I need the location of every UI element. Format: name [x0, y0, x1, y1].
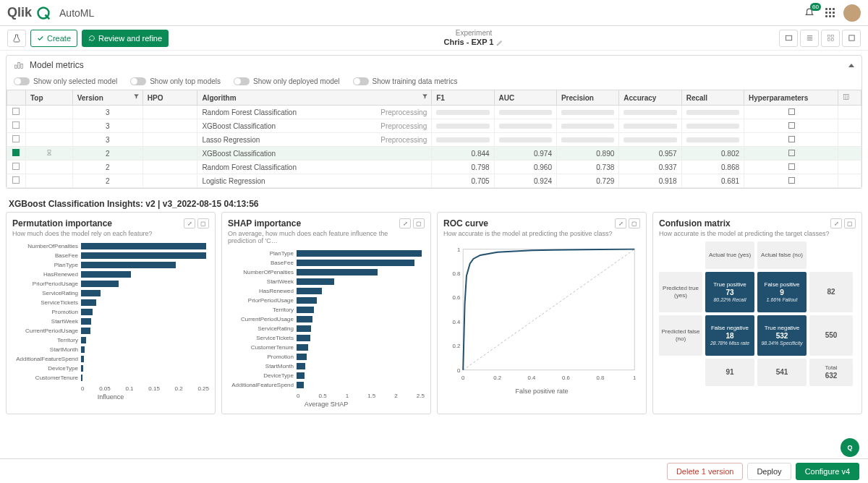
svg-rect-11: [843, 94, 849, 100]
card-icon: [785, 34, 793, 42]
col-top[interactable]: Top: [25, 90, 72, 106]
svg-rect-9: [18, 63, 20, 69]
experiment-icon-button[interactable]: [7, 30, 26, 47]
table-row[interactable]: 3 Lasso RegressionPreprocessing: [7, 133, 861, 147]
table-row[interactable]: 3 XGBoost ClassificationPreprocessing: [7, 119, 861, 133]
col-auc[interactable]: AUC: [494, 90, 556, 106]
svg-rect-5: [827, 38, 830, 40]
table-row[interactable]: 2 Random Forest Classification 0.7980.96…: [7, 161, 861, 174]
app-launcher-icon[interactable]: [825, 8, 835, 17]
col-hpo[interactable]: HPO: [142, 90, 197, 106]
card-action-2[interactable]: ▢: [413, 218, 425, 228]
card-subtitle: How accurate is the model at predicting …: [659, 230, 830, 237]
edit-icon[interactable]: [496, 39, 503, 46]
external-icon[interactable]: [788, 150, 795, 156]
col-recall[interactable]: Recall: [681, 90, 744, 106]
col-f1[interactable]: F1: [432, 90, 494, 106]
view-list-button[interactable]: [800, 30, 819, 47]
card-title: SHAP importance: [228, 218, 399, 228]
row-checkbox[interactable]: [12, 163, 20, 170]
col-settings[interactable]: [838, 90, 861, 106]
row-checkbox[interactable]: [12, 121, 20, 129]
brand-logo[interactable]: Qlik: [7, 5, 51, 20]
filter-deployed-toggle[interactable]: Show only deployed model: [234, 77, 340, 85]
cm-actual-false: Actual false (no): [757, 241, 807, 269]
columns-icon: [843, 93, 850, 101]
col-hyper[interactable]: Hyperparameters: [744, 90, 838, 106]
col-accuracy[interactable]: Accuracy: [619, 90, 681, 106]
filter-selected-toggle[interactable]: Show only selected model: [14, 77, 117, 85]
svg-text:0.4: 0.4: [453, 319, 461, 325]
cm-col2-total: 541: [757, 359, 807, 386]
refresh-icon: [88, 35, 95, 42]
confusion-matrix: Actual true (yes) Actual false (no) Pred…: [659, 241, 856, 386]
card-action-2[interactable]: ▢: [197, 218, 209, 228]
row-checkbox[interactable]: [12, 108, 20, 115]
card-action-1[interactable]: ⤢: [399, 218, 411, 228]
svg-text:0.6: 0.6: [562, 375, 570, 381]
external-icon[interactable]: [788, 136, 795, 142]
shap-bar-chart: PlanTypeBaseFeeNumberOfPenaltiesStartWee…: [228, 249, 425, 390]
col-algorithm[interactable]: Algorithm: [197, 90, 432, 106]
cm-grand-total: Total632: [809, 359, 853, 386]
notifications-button[interactable]: 60: [802, 6, 817, 20]
svg-text:0.2: 0.2: [493, 375, 501, 381]
svg-rect-10: [21, 64, 22, 68]
card-subtitle: How accurate is the model at predicting …: [443, 230, 613, 237]
external-icon[interactable]: [788, 122, 795, 129]
section-title: Model metrics: [30, 60, 84, 70]
svg-line-27: [463, 249, 634, 370]
notification-badge: 60: [810, 3, 821, 11]
fullscreen-icon: [848, 34, 856, 42]
svg-rect-3: [827, 35, 830, 37]
card-action-1[interactable]: ⤢: [615, 218, 626, 228]
svg-text:1: 1: [457, 247, 460, 253]
card-action-1[interactable]: ⤢: [830, 218, 842, 228]
card-action-1[interactable]: ⤢: [184, 218, 195, 228]
permutation-bar-chart: NumberOfPenaltiesBaseFeePlanTypeHasRenew…: [12, 241, 209, 382]
col-version[interactable]: Version: [72, 90, 142, 106]
svg-rect-2: [786, 35, 791, 40]
row-checkbox[interactable]: [12, 149, 20, 156]
card-action-2[interactable]: ▢: [629, 218, 640, 228]
table-row[interactable]: 3 Random Forest ClassificationPreprocess…: [7, 106, 861, 119]
row-checkbox[interactable]: [12, 135, 20, 142]
filter-top-toggle[interactable]: Show only top models: [130, 77, 221, 85]
review-refine-button[interactable]: Review and refine: [82, 30, 169, 47]
svg-text:0.6: 0.6: [453, 294, 461, 301]
view-grid-button[interactable]: [821, 30, 840, 47]
confusion-card: Confusion matrix How accurate is the mod…: [652, 212, 862, 414]
table-row[interactable]: 2 Logistic Regression 0.7050.9240.7290.9…: [7, 174, 861, 188]
filter-icon[interactable]: [133, 93, 140, 100]
view-fullscreen-button[interactable]: [842, 30, 861, 47]
svg-text:0: 0: [457, 367, 461, 374]
brand-q-icon: [36, 6, 51, 20]
roc-card: ROC curve How accurate is the model at p…: [437, 212, 647, 414]
filter-icon[interactable]: [422, 93, 428, 100]
external-icon[interactable]: [788, 177, 795, 184]
insights-title: XGBoost Classification Insights: v2 | v3…: [0, 193, 868, 212]
model-metrics-table: Top Version HPO Algorithm F1 AUC Precisi…: [7, 90, 861, 188]
card-subtitle: On average, how much does each feature i…: [228, 230, 399, 244]
collapse-section-button[interactable]: [848, 64, 854, 67]
grid-icon: [827, 34, 835, 42]
card-title: ROC curve: [443, 218, 613, 228]
shap-card: SHAP importance On average, how much doe…: [221, 212, 431, 414]
view-card-button[interactable]: [779, 30, 798, 47]
svg-text:1: 1: [633, 375, 636, 381]
svg-rect-8: [15, 65, 17, 69]
filter-training-toggle[interactable]: Show training data metrics: [353, 77, 458, 85]
cm-tn: True negative 532 98.34% Specificity: [757, 315, 807, 356]
create-button[interactable]: Create: [30, 30, 77, 47]
metrics-icon: [14, 60, 24, 70]
svg-rect-4: [831, 35, 833, 37]
external-icon[interactable]: [788, 163, 795, 170]
svg-text:0.4: 0.4: [528, 375, 536, 381]
experiment-name: Chris - EXP 1: [444, 38, 494, 47]
user-avatar[interactable]: [843, 4, 861, 22]
card-action-2[interactable]: ▢: [844, 218, 856, 228]
row-checkbox[interactable]: [12, 176, 20, 184]
external-icon[interactable]: [788, 108, 795, 115]
table-row[interactable]: 2 XGBoost Classification 0.8440.9740.890…: [7, 147, 861, 161]
col-precision[interactable]: Precision: [556, 90, 618, 106]
